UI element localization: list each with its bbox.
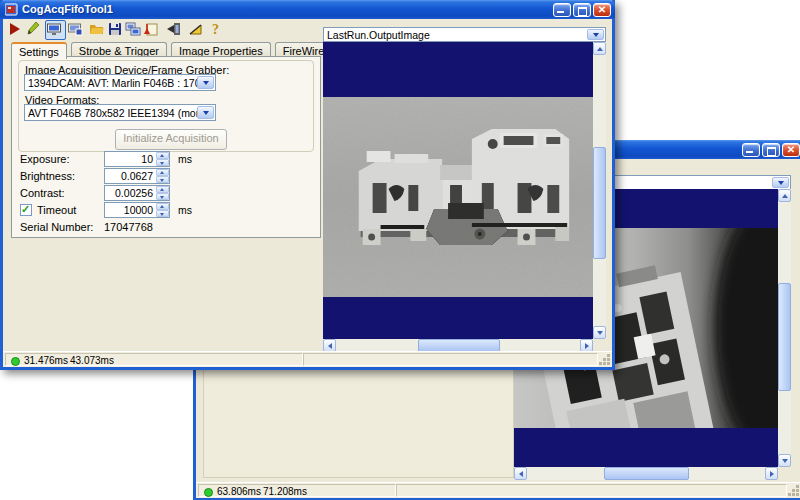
chevron-down-icon[interactable] [587,29,604,40]
close-button[interactable]: ✕ [782,143,800,157]
brightness-input[interactable]: 0.0627 [104,168,170,184]
settings-tab-page: Image Acquisition Device/Frame Grabber: … [11,56,321,238]
maximize-button[interactable] [762,143,780,157]
window2-horizontal-scrollbar[interactable] [514,467,778,480]
device-value: 1394DCAM: AVT: Marlin F046B : 17047768 [28,77,197,89]
window1-titlebar[interactable]: CogAcqFifoTool1 ✕ [0,0,615,19]
exposure-unit: ms [178,153,192,165]
close-icon: ✕ [598,4,606,15]
process-time: 43.073ms [70,355,114,366]
scroll-thumb[interactable] [778,283,791,391]
status-running-indicator [11,357,20,366]
serial-number-value: 17047768 [104,221,153,233]
window2-statusbar: 63.806ms 71.208ms [196,482,800,498]
tab-strip: Settings Strobe & Trigger Image Properti… [11,42,333,57]
window2-vertical-scrollbar[interactable] [778,189,791,467]
acquired-image-1 [323,97,593,297]
minimize-button[interactable] [742,143,760,157]
video-formats-combobox[interactable]: AVT F046B 780x582 IEEE1394 (mono, 53fps,… [24,104,216,121]
close-button[interactable]: ✕ [593,3,611,17]
spin-up-button[interactable] [156,169,169,176]
edit-pencil-icon[interactable] [25,21,42,38]
device-combobox[interactable]: 1394DCAM: AVT: Marlin F046B : 17047768 [24,74,216,91]
serial-number-label: Serial Number: [20,221,93,233]
acquisition-time: 63.806ms [217,486,261,497]
spin-down-button[interactable] [156,193,169,200]
acquisition-groupbox: Image Acquisition Device/Frame Grabber: … [18,60,314,152]
save-icon[interactable] [107,21,124,38]
scroll-down-button[interactable] [778,454,791,467]
scroll-left-button[interactable] [514,467,527,480]
contrast-input[interactable]: 0.00256 [104,185,170,201]
window-title: CogAcqFifoTool1 [22,3,113,15]
window1-image-canvas[interactable] [323,42,593,339]
acquisition-time: 31.476ms [24,355,68,366]
minimize-button[interactable] [553,3,571,17]
scroll-up-button[interactable] [778,189,791,202]
send-to-display-icon[interactable] [166,21,183,38]
chevron-down-icon[interactable] [197,76,214,89]
display-selector-value: LastRun.OutputImage [327,29,587,41]
maximize-button[interactable] [573,3,591,17]
profile-graph-icon[interactable] [188,21,205,38]
spin-up-button[interactable] [156,203,169,210]
resize-grip[interactable] [796,493,799,496]
brightness-label: Brightness: [20,170,75,182]
scroll-thumb[interactable] [593,147,606,259]
maximize-icon [578,7,587,16]
spin-down-button[interactable] [156,176,169,183]
timeout-input[interactable]: 10000 [104,202,170,218]
copy-display-icon[interactable] [125,21,142,38]
open-folder-icon[interactable] [89,21,106,38]
window1-vertical-scrollbar[interactable] [593,42,606,339]
video-formats-value: AVT F046B 780x582 IEEE1394 (mono, 53fps,… [28,107,197,119]
resize-grip[interactable] [607,362,610,365]
scroll-thumb[interactable] [604,467,689,480]
display-settings-icon[interactable] [67,21,84,38]
run-icon[interactable] [7,21,24,38]
window1-statusbar: 31.476ms 43.073ms [3,351,612,367]
help-icon[interactable]: ? [208,21,225,38]
scroll-down-button[interactable] [593,326,606,339]
app-icon [5,3,18,16]
timeout-label: Timeout [37,204,76,216]
process-time: 71.208ms [263,486,307,497]
timeout-unit: ms [178,204,192,216]
tab-settings[interactable]: Settings [11,42,67,59]
close-icon: ✕ [787,144,795,155]
timeout-checkbox[interactable] [20,204,32,216]
spin-down-button[interactable] [156,159,169,166]
scroll-right-button[interactable] [765,467,778,480]
live-display-toggle-icon[interactable] [45,20,66,40]
display-selector[interactable]: LastRun.OutputImage [323,27,606,42]
spin-up-button[interactable] [156,152,169,159]
spin-up-button[interactable] [156,186,169,193]
maximize-icon [767,147,776,156]
grab-image-icon[interactable] [143,21,160,38]
acq-tool-window-1[interactable]: CogAcqFifoTool1 ✕ ? Settings [0,0,615,370]
window1-display-panel: LastRun.OutputImage [323,27,606,352]
spin-down-button[interactable] [156,210,169,217]
contrast-label: Contrast: [20,187,65,199]
minimize-icon [746,151,753,153]
scroll-up-button[interactable] [593,42,606,55]
initialize-acquisition-button[interactable]: Initialize Acquisition [115,129,227,150]
chevron-down-icon[interactable] [772,177,789,188]
svg-text:?: ? [212,22,219,37]
status-running-indicator [204,488,213,497]
exposure-input[interactable]: 10 [104,151,170,167]
chevron-down-icon[interactable] [197,106,214,119]
exposure-label: Exposure: [20,153,70,165]
minimize-icon [557,11,564,13]
